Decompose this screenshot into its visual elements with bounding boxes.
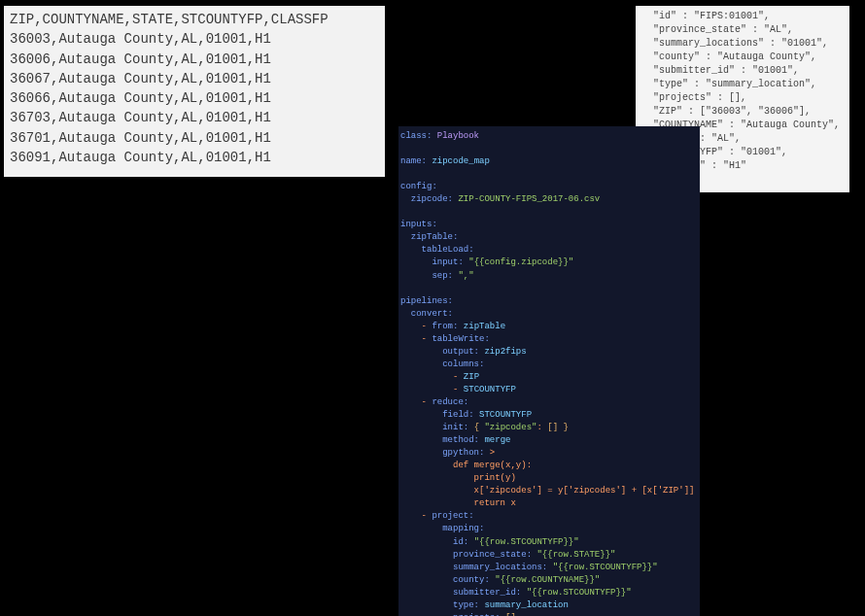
json-classfp: H1 [729, 160, 741, 171]
json-summary-locations: 01001 [787, 38, 816, 49]
yaml-gpython-2: x['zipcodes'] = y['zipcodes'] + [x['ZIP'… [453, 486, 694, 496]
yaml-map-id: {{row.STCOUNTYFP}} [479, 537, 573, 547]
yaml-map-type: summary_location [484, 600, 568, 610]
yaml-method: merge [484, 435, 510, 445]
json-zip-0: 36003 [711, 106, 741, 117]
yaml-gpython-1: print(y) [453, 473, 516, 483]
yaml-map-summary: {{row.STCOUNTYFP}} [558, 563, 652, 572]
yaml-sep: , [464, 271, 468, 281]
yaml-from: zipTable [464, 322, 505, 331]
yaml-col-0: ZIP [464, 372, 479, 382]
json-id: FIPS:01001 [700, 11, 758, 21]
yaml-input: {{config.zipcode}} [474, 257, 569, 267]
yaml-code-panel: class: Playbook name: zipcode_map config… [398, 126, 700, 616]
yaml-class: Playbook [437, 131, 479, 141]
json-state: AL [717, 133, 729, 144]
json-zip-1: 36006 [764, 106, 793, 117]
yaml-map-county: {{row.COUNTYNAME}} [501, 575, 595, 585]
json-countyname: Autauga County [746, 120, 828, 130]
yaml-reduce-field: STCOUNTYFP [479, 410, 532, 420]
json-county: Autauga County [723, 51, 805, 62]
yaml-name: zipcode_map [432, 156, 489, 166]
yaml-config-zipcode: ZIP-COUNTY-FIPS_2017-06.csv [458, 194, 600, 204]
yaml-map-province: {{row.STATE}} [542, 550, 610, 560]
csv-panel: ZIP,COUNTYNAME,STATE,STCOUNTYFP,CLASSFP … [4, 6, 385, 177]
yaml-gpython-3: return x [453, 498, 516, 508]
yaml-map-submitter: {{row.STCOUNTYFP}} [532, 588, 626, 598]
json-stcountyfp: 01001 [746, 147, 776, 157]
yaml-output: zip2fips [484, 347, 526, 357]
yaml-col-1: STCOUNTYFP [464, 385, 516, 394]
json-submitter: 01001 [758, 65, 787, 76]
json-province: AL [770, 24, 781, 35]
yaml-gpython-0: def merge(x,y): [453, 461, 532, 470]
json-type: summary_location [711, 79, 805, 89]
